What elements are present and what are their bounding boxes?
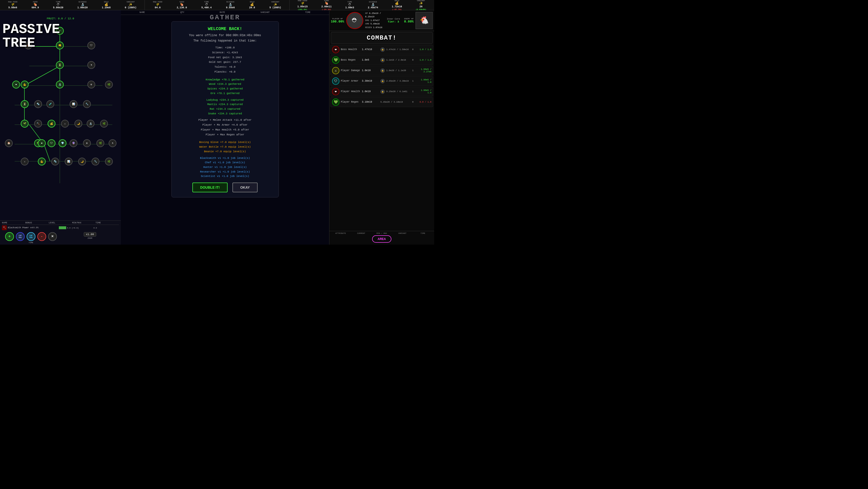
combat-button[interactable]: COMBAT! xyxy=(331,32,433,44)
offline-gathered: Knowledge +78.1 gathered Wood +234.3 gat… xyxy=(177,78,274,96)
raw-food-center: RAW FOOD 🌾 84.6 xyxy=(153,1,162,9)
tree-node-r7-6[interactable]: 🔮 xyxy=(70,139,78,147)
tree-node-r8-6[interactable]: 🔧 xyxy=(92,157,99,166)
tree-node-r4-3[interactable]: 🔬 xyxy=(56,81,64,88)
inner-core-info: Inner Core Tier: 3 xyxy=(384,18,402,23)
player-hp-label: PLAYER HP xyxy=(332,18,343,20)
offline-equip-levels: Boxing Glove +7.0 equip level(s) Water B… xyxy=(177,140,274,154)
attribute-section: ATTRIBUTE CURRENT MIN / MAX VARIANT TIME… xyxy=(330,231,434,244)
variant-right: VARIANT ✨ 26 (2.83e3%) xyxy=(416,0,426,10)
stat-lock-player-health[interactable]: 🔒 xyxy=(380,89,385,94)
tree-node-r7-4[interactable]: 🛡 xyxy=(48,139,55,147)
tree-node-r8-1[interactable]: ⚔ xyxy=(21,157,29,166)
fruit-bar: FRUIT: 0.0 / 12.0 xyxy=(0,17,121,20)
job-icon-blacksmith: 🔨 xyxy=(2,225,7,230)
tree-node-r7-5[interactable]: 💎 xyxy=(59,139,66,147)
offline-section-title: The following happened in that time: xyxy=(177,39,274,42)
offline-progress-dialog: WELCOME BACK! You were offline for 00d:0… xyxy=(172,21,279,198)
boss-regen-icon: 💚 xyxy=(332,56,339,64)
player-damage-row: ⚔ Player Damage 1.0e10 🔒 1.0e20 / 1.1e20… xyxy=(330,66,433,76)
tree-node-r8-5[interactable]: 🌙 xyxy=(78,157,86,166)
offline-stats: Time: +106.0 Science: +1.42e3 Food net g… xyxy=(177,46,274,75)
offline-duration: You were offline for 00d:00h:01m:46s:00m… xyxy=(177,34,274,37)
subtract-time-button[interactable]: - xyxy=(37,232,46,241)
raw-food-right: RAW FOOD 🌾 1.85e15 (101.6%) xyxy=(298,0,308,10)
tree-node-r4-2[interactable]: 💪 xyxy=(21,81,29,88)
tree-node-r4-5[interactable]: 🌿 xyxy=(105,81,113,88)
tree-node-r7-8[interactable]: 🌿 xyxy=(96,139,104,147)
player-regen-row: 💚 Player Regen 3.10e19 5.45e20 / 3.10e19… xyxy=(330,97,433,107)
offline-player-upgrades: Player + Melee Attack +11.0 after Player… xyxy=(177,118,274,137)
tree-node-r6-1[interactable]: 🌱 xyxy=(21,120,29,127)
raw-food-left: RAW FOOD 🌾 5.88e6 xyxy=(8,1,17,9)
tree-node-r2-1[interactable]: 🔥 xyxy=(24,41,32,49)
tree-node-r6-5[interactable]: 🌙 xyxy=(74,120,82,127)
okay-button[interactable]: OKAY xyxy=(232,182,257,192)
stat-lock-boss-regen[interactable]: 🔒 xyxy=(380,58,385,62)
offline-job-levels: Blacksmith v1 +1.0 job level(s) Chef v1 … xyxy=(177,156,274,179)
main-layout: FRUIT: 0.0 / 12.0 PASSIVE TREE xyxy=(0,10,434,244)
tree-node-r6-2[interactable]: 🔨 xyxy=(34,120,42,127)
variant-left: VARIANT ✨ 0 (200%) xyxy=(125,1,136,9)
tree-node-r3-2[interactable]: ⚗ xyxy=(87,61,95,69)
job-row-blacksmith[interactable]: 🔨 Blacksmith Power v4 0.0% 0.0 [+0.0] 0.… xyxy=(2,225,119,230)
area-button[interactable]: AREA xyxy=(372,235,391,243)
combat-header: PLAYER HP 100.00% ⛑ HP 6.25e19 / 6.25e19… xyxy=(330,10,434,31)
stat-lock-boss-health[interactable]: 🔒 xyxy=(380,48,385,52)
stat-lock-player-armor[interactable]: 🔒 xyxy=(380,79,385,83)
player-avatar: ⛑ xyxy=(346,12,363,29)
tree-node-r6-7[interactable]: 🌿 xyxy=(100,120,108,127)
resource-bar-right: RAW FOOD 🌾 1.85e15 (101.6%) FOOD 🍖 2.00e… xyxy=(289,0,434,10)
time-controls: + CAP MAX CAP MIN - × xyxy=(2,232,60,241)
double-it-button[interactable]: DOUBLE IT! xyxy=(192,182,227,192)
food-right: FOOD 🍖 2.00e11 (-24.1%) xyxy=(321,0,332,10)
tree-node-top[interactable]: ⚡ xyxy=(56,27,64,35)
combat-stat-section: ❤ Boss Health 1.47e16 🔒 1.47e16 / 1.50e1… xyxy=(330,45,434,231)
time-center: TIME ⏱ 5,400.4 xyxy=(202,1,212,9)
tree-node-r8-3[interactable]: 🔩 xyxy=(51,157,59,166)
resource-bar-left: RAW FOOD 🌾 5.88e6 FOOD 🍖 604.9 TIME ⏱ 5.… xyxy=(0,0,145,10)
center-panel-gather: NAME QTY RATE VARIANT TIME GATHER WELCOM… xyxy=(121,10,329,244)
science-center: SCIENCE 🔬 9.55e6 xyxy=(226,1,235,9)
tree-node-r5-2[interactable]: 🔩 xyxy=(34,100,42,108)
left-panel-passive-tree: FRUIT: 0.0 / 12.0 PASSIVE TREE xyxy=(0,10,121,244)
cap-min-button[interactable]: CAP MIN xyxy=(27,232,35,241)
gather-title: GATHER xyxy=(121,14,329,21)
tree-node-r7-7[interactable]: ⚙ xyxy=(83,139,91,147)
cap-max-button[interactable]: CAP MAX xyxy=(16,232,25,241)
player-damage-icon: ⚔ xyxy=(332,67,339,74)
tree-node-r7-1[interactable]: 🏠 xyxy=(5,139,13,147)
add-time-button[interactable]: + xyxy=(5,232,14,241)
tree-node-r5-3[interactable]: 🧪 xyxy=(46,100,54,108)
tree-node-r7-3[interactable]: ❤️ xyxy=(38,139,46,147)
boss-regen-row: 💚 Boss Regen 1.0e5 🔒 1.1e16 / 2.0e16 0 1… xyxy=(330,55,433,65)
tree-node-r8-4[interactable]: 📊 xyxy=(65,157,72,166)
right-panel-combat: PLAYER HP 100.00% ⛑ HP 6.25e19 / 6.25e19… xyxy=(329,10,434,244)
tree-node-r5-4[interactable]: 📊 xyxy=(70,100,78,108)
close-time-button[interactable]: × xyxy=(48,232,57,241)
boss-health-row: ❤ Boss Health 1.47e16 🔒 1.47e16 / 1.50e1… xyxy=(330,45,433,55)
gold-right: GOLD 💰 1.72e16 (-97.7%) xyxy=(392,0,402,10)
player-health-row: ❤ Player Health 1.0e19 🔒 9.25e20 / 6.1e6… xyxy=(330,87,433,96)
tree-node-health[interactable]: ❤️ xyxy=(12,81,20,88)
tree-node-r8-7[interactable]: 🌿 xyxy=(105,157,113,166)
tree-node-r4-4[interactable]: ⚙ xyxy=(87,81,95,88)
player-armor-row: 🛡 Player Armor 3.38e19 🔒 2.65e20 / 3.38e… xyxy=(330,76,433,86)
player-health-icon: ❤ xyxy=(332,88,339,95)
stat-lock-player-damage[interactable]: 🔒 xyxy=(380,68,385,73)
tree-node-r8-2[interactable]: 💪 xyxy=(38,157,46,166)
tree-node-r7-9[interactable]: ⚗ xyxy=(108,139,117,147)
variant-center: VARIANT ✨ 5 (200%) xyxy=(269,1,281,9)
tree-node-r3-1[interactable]: ⏳ xyxy=(56,61,64,69)
dialog-buttons: DOUBLE IT! OKAY xyxy=(177,182,274,192)
tree-node-r6-6[interactable]: 🔬 xyxy=(87,120,94,127)
player-stats-grid: HP 6.25e19 / 6.25e19 DMG 1.07e17 AMR 5.4… xyxy=(365,12,383,29)
tree-node-r5-5[interactable]: 🔧 xyxy=(83,100,91,108)
tree-node-r2-2[interactable]: 👊 xyxy=(56,41,64,49)
tree-node-r6-4[interactable]: ⚔ xyxy=(61,120,69,127)
science-left: SCIENCE 🔬 1.06e20 xyxy=(78,1,88,9)
science-right: SCIENCE 🔬 2.45e74 xyxy=(368,1,378,9)
tree-node-r6-3[interactable]: 💰 xyxy=(48,120,55,127)
tree-node-r2-3[interactable]: 🛡 xyxy=(87,41,95,49)
tree-node-r5-1[interactable]: ⏳ xyxy=(21,100,29,108)
